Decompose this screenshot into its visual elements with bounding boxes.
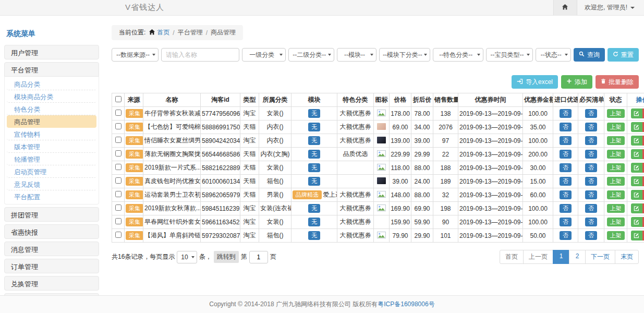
edit-button[interactable] (631, 109, 642, 118)
status-badge[interactable]: 上架 (607, 231, 625, 240)
sidebar-item-4[interactable]: 宣传物料 (7, 128, 96, 140)
imported-badge[interactable]: 否 (560, 109, 572, 118)
filter-status[interactable]: --状态-- (536, 48, 571, 62)
select-all-checkbox[interactable] (115, 96, 121, 102)
sidebar-section-3[interactable]: 省惠快报 (4, 224, 99, 239)
must-buy-badge[interactable]: 否 (585, 136, 597, 145)
sidebar-section-4[interactable]: 消息管理 (4, 242, 99, 256)
delete-button[interactable] (642, 176, 644, 186)
edit-button[interactable] (631, 176, 642, 186)
delete-button[interactable] (642, 122, 644, 132)
edit-button[interactable] (631, 149, 642, 159)
sidebar-section-2[interactable]: 拼团管理 (4, 207, 99, 222)
page-next[interactable]: 下一页 (585, 250, 615, 264)
delete-button[interactable] (642, 109, 644, 118)
edit-button[interactable] (631, 163, 642, 173)
imported-badge[interactable]: 否 (560, 204, 572, 213)
delete-button[interactable] (642, 149, 644, 159)
sidebar-item-7[interactable]: 启动页管理 (7, 165, 96, 178)
status-badge[interactable]: 上架 (607, 109, 625, 118)
row-checkbox[interactable] (115, 191, 121, 197)
status-badge[interactable]: 上架 (607, 163, 625, 172)
status-badge[interactable]: 上架 (607, 218, 625, 226)
page-prev[interactable]: 上一页 (523, 250, 553, 264)
filter-level1-category[interactable]: 一级分类 (242, 48, 286, 62)
status-badge[interactable]: 上架 (607, 177, 625, 186)
icp-link[interactable]: 粤ICP备16098006号 (378, 300, 434, 309)
add-button[interactable]: 添加 (561, 75, 592, 89)
filter-module[interactable]: --模块-- (337, 48, 376, 62)
must-buy-badge[interactable]: 否 (585, 177, 597, 186)
must-buy-badge[interactable]: 否 (585, 204, 597, 213)
status-badge[interactable]: 上架 (607, 190, 625, 199)
row-checkbox[interactable] (115, 150, 121, 156)
must-buy-badge[interactable]: 否 (585, 190, 597, 199)
sidebar-item-8[interactable]: 意见反馈 (7, 178, 96, 190)
edit-button[interactable] (631, 203, 642, 213)
page-1[interactable]: 1 (553, 250, 569, 264)
edit-button[interactable] (631, 231, 642, 240)
page-first[interactable]: 首页 (500, 250, 524, 264)
sidebar-item-6[interactable]: 轮播管理 (7, 153, 96, 165)
sidebar-item-9[interactable]: 平台配置 (7, 190, 96, 203)
sidebar-section-0[interactable]: 用户管理 (4, 45, 99, 59)
status-badge[interactable]: 上架 (607, 204, 625, 213)
row-checkbox[interactable] (115, 177, 121, 184)
imported-badge[interactable]: 否 (560, 177, 572, 186)
page-2[interactable]: 2 (569, 250, 586, 264)
status-badge[interactable]: 上架 (607, 136, 625, 145)
filter-module-sub[interactable]: --模块下分类-- (379, 48, 430, 62)
sidebar-item-3[interactable]: 商品管理 (7, 115, 96, 128)
breadcrumb-home-link[interactable]: 首页 (149, 28, 169, 37)
filter-item-type[interactable]: --宝贝类型-- (486, 48, 533, 62)
sidebar-item-0[interactable]: 商品分类 (7, 78, 96, 90)
imported-badge[interactable]: 否 (560, 123, 572, 131)
imported-badge[interactable]: 否 (560, 163, 572, 172)
imported-badge[interactable]: 否 (560, 136, 572, 145)
sidebar-item-2[interactable]: 特色分类 (7, 103, 96, 115)
filter-level2-category[interactable]: --二级分类-- (288, 48, 334, 62)
row-checkbox[interactable] (115, 137, 121, 143)
imported-badge[interactable]: 否 (560, 231, 572, 240)
sidebar-section-5[interactable]: 订单管理 (4, 259, 99, 273)
page-size-select[interactable]: 10 (177, 251, 197, 263)
must-buy-badge[interactable]: 否 (585, 109, 597, 118)
sidebar-section-1[interactable]: 平台管理 (4, 62, 99, 77)
status-badge[interactable]: 上架 (607, 150, 625, 159)
delete-button[interactable] (642, 163, 644, 173)
delete-button[interactable] (642, 231, 644, 240)
must-buy-badge[interactable]: 否 (585, 123, 597, 131)
user-menu[interactable]: 欢迎您, 管理员! (577, 3, 644, 12)
row-checkbox[interactable] (115, 110, 121, 116)
delete-button[interactable] (642, 136, 644, 146)
delete-button[interactable] (642, 203, 644, 213)
home-button[interactable] (553, 0, 577, 15)
must-buy-badge[interactable]: 否 (585, 218, 597, 226)
must-buy-badge[interactable]: 否 (585, 150, 597, 159)
must-buy-badge[interactable]: 否 (585, 231, 597, 240)
sidebar-item-5[interactable]: 版本管理 (7, 140, 96, 153)
imported-badge[interactable]: 否 (560, 150, 572, 159)
row-checkbox[interactable] (115, 204, 121, 211)
name-search-input[interactable] (161, 48, 239, 62)
sidebar-section-6[interactable]: 兑换管理 (4, 276, 99, 291)
edit-button[interactable] (631, 190, 642, 200)
imported-badge[interactable]: 否 (560, 190, 572, 199)
row-checkbox[interactable] (115, 164, 121, 170)
jump-page-input[interactable] (249, 251, 268, 263)
batch-delete-button[interactable]: 批量删除 (596, 75, 639, 89)
edit-button[interactable] (631, 136, 642, 146)
edit-button[interactable] (631, 122, 642, 132)
jump-button[interactable]: 跳转到 (214, 251, 239, 263)
page-last[interactable]: 末页 (615, 250, 639, 264)
sidebar-item-1[interactable]: 模块商品分类 (7, 90, 96, 103)
edit-button[interactable] (631, 217, 642, 227)
delete-button[interactable] (642, 190, 644, 200)
reset-button[interactable]: 重置 (607, 48, 639, 62)
import-excel-button[interactable]: 导入excel (512, 75, 558, 89)
status-badge[interactable]: 上架 (607, 123, 625, 131)
filter-feature-category[interactable]: --特色分类-- (433, 48, 483, 62)
must-buy-badge[interactable]: 否 (585, 163, 597, 172)
imported-badge[interactable]: 否 (560, 218, 572, 226)
delete-button[interactable] (642, 217, 644, 227)
